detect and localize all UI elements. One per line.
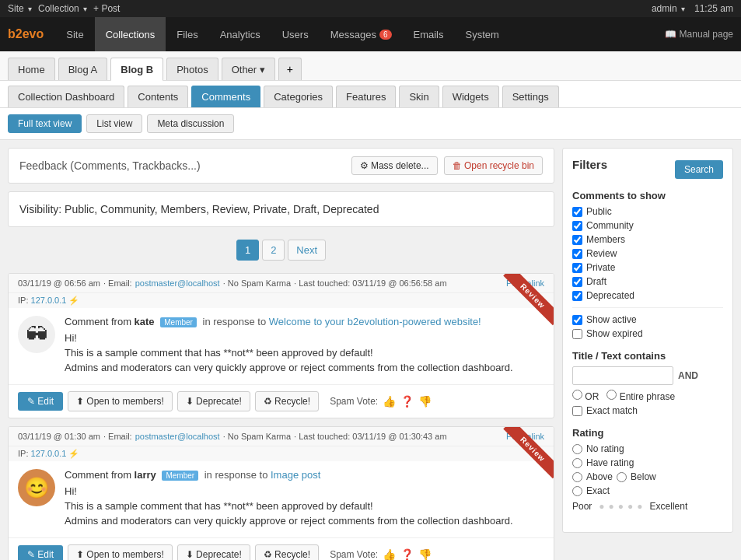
open-to-members-2[interactable]: ⬆ Open to members!	[68, 544, 173, 560]
label-exact-match[interactable]: Exact match	[586, 405, 638, 416]
lightning-1: ⚡	[68, 296, 79, 305]
site-menu[interactable]: Site ▾	[8, 3, 32, 14]
view-list[interactable]: List view	[86, 114, 142, 133]
nav-messages[interactable]: Messages 6	[320, 17, 403, 51]
ip-link-1[interactable]: 127.0.0.1	[31, 296, 67, 305]
search-button[interactable]: Search	[675, 160, 723, 179]
star-1[interactable]: ●	[599, 501, 604, 512]
vote-up-1[interactable]: 👍	[383, 395, 396, 408]
subtab-settings[interactable]: Settings	[502, 86, 559, 107]
label-show-expired[interactable]: Show expired	[586, 328, 643, 339]
admin-menu[interactable]: admin ▾	[652, 3, 685, 14]
radio-exact-rating[interactable]	[572, 486, 582, 496]
label-exact-rating[interactable]: Exact	[586, 485, 610, 496]
star-2[interactable]: ●	[609, 501, 614, 512]
entire-phrase-option[interactable]: Entire phrase	[606, 390, 675, 402]
checkbox-review[interactable]	[572, 249, 582, 259]
vote-neutral-1[interactable]: ❓	[400, 395, 414, 408]
label-deprecated[interactable]: Deprecated	[586, 290, 634, 301]
vote-down-1[interactable]: 👎	[418, 395, 432, 408]
vote-down-2[interactable]: 👎	[418, 548, 432, 560]
checkbox-community[interactable]	[572, 221, 582, 231]
nav-site[interactable]: Site	[55, 17, 94, 51]
vote-neutral-2[interactable]: ❓	[400, 548, 414, 560]
subtab-widgets[interactable]: Widgets	[442, 86, 499, 107]
tab-home[interactable]: Home	[8, 58, 55, 80]
checkbox-draft[interactable]	[572, 277, 582, 287]
star-3[interactable]: ●	[618, 501, 624, 512]
view-meta[interactable]: Meta discussion	[147, 114, 234, 133]
or-option[interactable]: OR	[572, 390, 599, 402]
label-draft[interactable]: Draft	[586, 276, 606, 287]
title-search-input[interactable]	[572, 366, 673, 385]
recycle-1[interactable]: ♻ Recycle!	[255, 391, 319, 411]
nav-system[interactable]: System	[455, 17, 510, 51]
tab-photos[interactable]: Photos	[166, 58, 218, 80]
radio-entire-phrase[interactable]	[606, 390, 617, 400]
open-recycle-bin-button[interactable]: 🗑 Open recycle bin	[444, 156, 543, 175]
tab-add[interactable]: +	[278, 58, 302, 80]
deprecate-2[interactable]: ⬇ Deprecate!	[177, 544, 250, 560]
checkbox-show-active[interactable]	[572, 315, 582, 325]
label-show-active[interactable]: Show active	[586, 314, 637, 325]
label-public[interactable]: Public	[586, 206, 612, 217]
tab-other[interactable]: Other ▾	[222, 58, 275, 80]
radio-below[interactable]	[617, 472, 627, 482]
collection-menu[interactable]: Collection ▾	[38, 3, 87, 14]
view-full-text[interactable]: Full text view	[8, 114, 82, 133]
comment-email-label-2: · Email:	[103, 432, 132, 441]
label-private[interactable]: Private	[586, 262, 615, 273]
label-below[interactable]: Below	[631, 471, 656, 482]
edit-button-1[interactable]: ✎ Edit	[18, 392, 63, 411]
subtab-contents[interactable]: Contents	[128, 86, 188, 107]
response-link-2[interactable]: Image post	[271, 469, 320, 481]
checkbox-members[interactable]	[572, 235, 582, 245]
radio-no-rating[interactable]	[572, 444, 582, 454]
ip-link-2[interactable]: 127.0.0.1	[31, 449, 67, 458]
radio-have-rating[interactable]	[572, 458, 582, 468]
nav-collections[interactable]: Collections	[95, 17, 166, 51]
label-no-rating[interactable]: No rating	[586, 443, 624, 454]
checkbox-show-expired[interactable]	[572, 329, 582, 339]
subtab-categories[interactable]: Categories	[264, 86, 333, 107]
recycle-2[interactable]: ♻ Recycle!	[255, 544, 319, 560]
checkbox-exact-match[interactable]	[572, 406, 582, 416]
manual-page-link[interactable]: 📖 Manual page	[665, 29, 733, 40]
edit-button-2[interactable]: ✎ Edit	[18, 545, 63, 560]
open-to-members-1[interactable]: ⬆ Open to members!	[68, 391, 173, 411]
tab-blog-a[interactable]: Blog A	[58, 58, 108, 80]
nav-files[interactable]: Files	[166, 17, 208, 51]
tab-blog-b[interactable]: Blog B	[110, 58, 163, 81]
star-5[interactable]: ●	[637, 501, 642, 512]
vote-up-2[interactable]: 👍	[383, 548, 396, 560]
star-4[interactable]: ●	[627, 501, 633, 512]
subtab-features[interactable]: Features	[336, 86, 396, 107]
nav-emails[interactable]: Emails	[403, 17, 455, 51]
post-button[interactable]: + Post	[93, 3, 120, 14]
view-toggles: Full text view List view Meta discussion	[0, 108, 741, 140]
radio-above[interactable]	[572, 472, 582, 482]
nav-users[interactable]: Users	[271, 17, 320, 51]
mass-delete-button[interactable]: ⚙ Mass delete...	[351, 156, 438, 175]
label-have-rating[interactable]: Have rating	[586, 457, 634, 468]
page-2[interactable]: 2	[262, 240, 285, 261]
label-review[interactable]: Review	[586, 248, 617, 259]
radio-or[interactable]	[572, 390, 582, 400]
subtab-collection-dashboard[interactable]: Collection Dashboard	[8, 86, 124, 107]
checkbox-private[interactable]	[572, 263, 582, 273]
label-members[interactable]: Members	[586, 234, 625, 245]
comment-email-2[interactable]: postmaster@localhost	[135, 432, 220, 441]
label-community[interactable]: Community	[586, 220, 634, 231]
subtab-comments[interactable]: Comments	[191, 86, 260, 107]
deprecate-1[interactable]: ⬇ Deprecate!	[177, 391, 250, 411]
nav-analytics[interactable]: Analytics	[209, 17, 271, 51]
response-link-1[interactable]: Welcome to your b2evolution-powered webs…	[269, 316, 481, 327]
checkbox-public[interactable]	[572, 207, 582, 217]
label-above[interactable]: Above	[586, 471, 613, 482]
checkbox-deprecated[interactable]	[572, 291, 582, 301]
page-next[interactable]: Next	[288, 240, 326, 261]
comment-body1-2: This is a sample comment that has **not*…	[65, 500, 544, 512]
subtab-skin[interactable]: Skin	[399, 86, 439, 107]
comment-email[interactable]: postmaster@localhost	[135, 278, 220, 288]
page-1[interactable]: 1	[236, 240, 259, 261]
